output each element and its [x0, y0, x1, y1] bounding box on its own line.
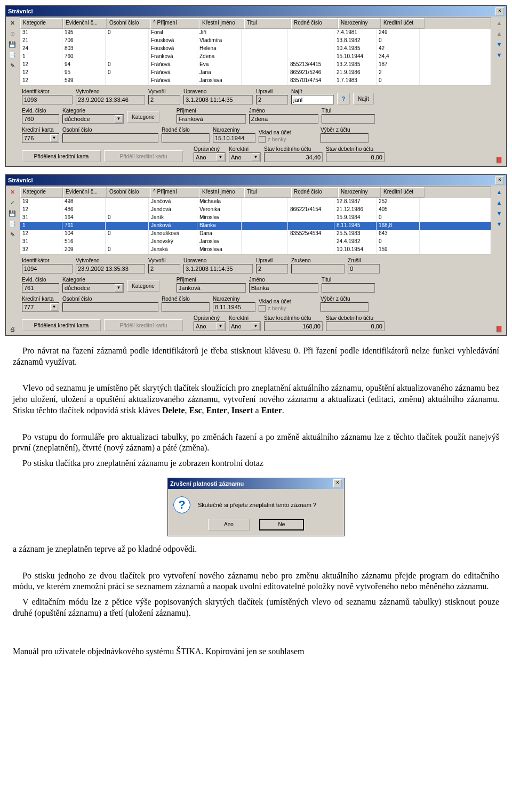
delete-icon[interactable]: ✕: [7, 187, 17, 197]
nav-last-icon[interactable]: ▼: [494, 50, 504, 60]
search-input[interactable]: janl: [291, 95, 334, 104]
kreditni-karta-combo[interactable]: 776▼: [22, 133, 59, 143]
chevron-down-icon[interactable]: ▼: [115, 115, 123, 123]
column-header[interactable]: Křestní jméno: [199, 18, 244, 29]
cell: 599: [62, 77, 106, 85]
cell: Fousková: [149, 45, 197, 53]
column-header[interactable]: Osobní číslo: [107, 187, 150, 198]
prijmeni-field: Franková: [177, 114, 246, 124]
table-row[interactable]: 1761JankováBlanka8.11.1945168,8: [20, 222, 491, 230]
edit-icon[interactable]: ✎: [7, 61, 17, 70]
cell: [288, 29, 334, 37]
close-icon[interactable]: ×: [495, 7, 504, 15]
column-header[interactable]: Kreditní účet: [381, 187, 425, 198]
close-icon[interactable]: ×: [495, 176, 504, 184]
column-header[interactable]: Kategorie: [20, 187, 63, 198]
table-row[interactable]: 19498JančováMichaela12.8.1987252: [20, 198, 491, 206]
chevron-down-icon[interactable]: ▼: [217, 323, 225, 330]
column-header[interactable]: Kategorie: [20, 18, 63, 29]
new-icon[interactable]: 📑: [7, 50, 17, 60]
opravneny-combo[interactable]: Ano▼: [194, 152, 226, 162]
cell: 13.8.1982: [334, 37, 377, 45]
save-icon[interactable]: 💾: [7, 208, 17, 218]
nav-up-icon[interactable]: ▲: [494, 29, 504, 38]
label: Vytvořeno: [76, 258, 145, 263]
column-header[interactable]: Evidenční č...: [63, 187, 107, 198]
pridelena-karta-button[interactable]: Přidělená kreditní karta: [22, 150, 101, 162]
table-row[interactable]: 21706FouskováVladimíra13.8.19820: [20, 37, 491, 45]
exit-icon[interactable]: 📕: [494, 155, 504, 165]
table-row[interactable]: 24803FouskováHelena10.4.198542: [20, 45, 491, 53]
prijmeni-field: Janková: [177, 283, 246, 293]
table-row[interactable]: 12486JandováVeronika866221/415421.12.198…: [20, 206, 491, 214]
nav-last-icon[interactable]: ▼: [494, 219, 504, 229]
cell: 486: [62, 206, 106, 214]
kategorie-combo[interactable]: důchodce▼: [62, 114, 124, 124]
column-header[interactable]: ^ Příjmení: [150, 187, 199, 198]
save-icon[interactable]: 💾: [7, 39, 17, 49]
column-header[interactable]: Evidenční č...: [63, 18, 107, 29]
vytvoreno-field: 23.9.2002 13:33:46: [76, 95, 145, 104]
cell: [106, 77, 149, 85]
nav-up-icon[interactable]: ▲: [494, 198, 504, 207]
kategorie-combo[interactable]: důchodce▼: [62, 283, 124, 293]
no-button[interactable]: Ne: [259, 519, 304, 530]
table-row[interactable]: 12940FráňováEva855213/441513.2.1985187: [20, 61, 491, 69]
data-grid[interactable]: KategorieEvidenční č...Osobní číslo^ Pří…: [20, 18, 491, 85]
table-row[interactable]: 12599FráňováJaroslava835701/47541.7.1983…: [20, 77, 491, 85]
nav-first-icon[interactable]: ▲: [494, 187, 504, 197]
yes-button[interactable]: Ano: [208, 519, 250, 530]
column-header[interactable]: Rodné číslo: [291, 187, 338, 198]
kreditni-karta-combo[interactable]: 777▼: [22, 302, 59, 312]
chevron-down-icon[interactable]: ▼: [217, 154, 225, 161]
nav-down-icon[interactable]: ▼: [494, 39, 504, 49]
window-title: Strávníci: [8, 177, 33, 183]
column-header[interactable]: Kreditní účet: [381, 18, 425, 29]
data-grid[interactable]: KategorieEvidenční č...Osobní číslo^ Pří…: [20, 187, 491, 254]
delete-icon[interactable]: ✕: [7, 18, 17, 28]
column-header[interactable]: Titul: [244, 187, 291, 198]
chevron-down-icon[interactable]: ▼: [50, 134, 58, 142]
table-row[interactable]: 31516JanovskýJaroslav24.4.19820: [20, 238, 491, 246]
edit-icon[interactable]: ✎: [7, 230, 17, 239]
column-header[interactable]: Titul: [244, 18, 291, 29]
column-header[interactable]: Osobní číslo: [107, 18, 150, 29]
nav-first-icon[interactable]: ▲: [494, 18, 504, 28]
print-icon[interactable]: 🖨: [7, 324, 17, 334]
opravneny-combo[interactable]: Ano▼: [194, 321, 226, 331]
column-header[interactable]: Narozeniny: [338, 187, 381, 198]
find-button[interactable]: Najít: [353, 93, 374, 104]
cell: 13.2.1985: [334, 61, 377, 69]
table-row[interactable]: 311640JaníkMiroslav15.9.19840: [20, 214, 491, 222]
label: Kategorie: [62, 277, 124, 283]
column-header[interactable]: Rodné číslo: [291, 18, 338, 29]
chevron-down-icon[interactable]: ▼: [50, 303, 58, 311]
close-icon[interactable]: ×: [333, 479, 342, 487]
cell: 24.4.1982: [334, 238, 377, 246]
help-button[interactable]: ?: [337, 93, 350, 104]
korektni-combo[interactable]: Ano▼: [229, 321, 261, 331]
exit-icon[interactable]: 📕: [494, 324, 504, 334]
cancel-icon[interactable]: ⊘: [7, 29, 17, 38]
korektni-combo[interactable]: Ano▼: [229, 152, 261, 162]
column-header[interactable]: ^ Příjmení: [150, 18, 199, 29]
cell: 1: [20, 222, 62, 230]
new-icon[interactable]: 📑: [7, 219, 17, 229]
table-row[interactable]: 1760FrankováZdena15.10.194434,4: [20, 53, 491, 61]
ok-icon[interactable]: ✓: [7, 198, 17, 207]
nav-down-icon[interactable]: ▼: [494, 208, 504, 218]
table-row[interactable]: 121040JanouškováDana835525/453425.5.1983…: [20, 230, 491, 238]
table-row[interactable]: 322090JanskáMiroslava10.10.1954159: [20, 246, 491, 254]
table-row[interactable]: 12950FráňováJana865921/524621.9.19862: [20, 69, 491, 77]
column-header[interactable]: Narozeniny: [338, 18, 381, 29]
chevron-down-icon[interactable]: ▼: [115, 284, 123, 292]
table-row[interactable]: 311950ForalJiří7.4.1981249: [20, 29, 491, 37]
column-header[interactable]: Křestní jméno: [199, 187, 244, 198]
kategorie-button[interactable]: Kategorie: [127, 280, 159, 292]
window-stravnici-2: Strávníci × ✕ ✓ 💾 📑 ✎ 🖨 KategorieEvidenč…: [5, 174, 507, 336]
chevron-down-icon[interactable]: ▼: [252, 154, 260, 161]
kategorie-button[interactable]: Kategorie: [127, 111, 159, 123]
cell: 31: [20, 238, 62, 246]
chevron-down-icon[interactable]: ▼: [252, 323, 260, 330]
pridelena-karta-button[interactable]: Přidělená kreditní karta: [22, 319, 101, 331]
